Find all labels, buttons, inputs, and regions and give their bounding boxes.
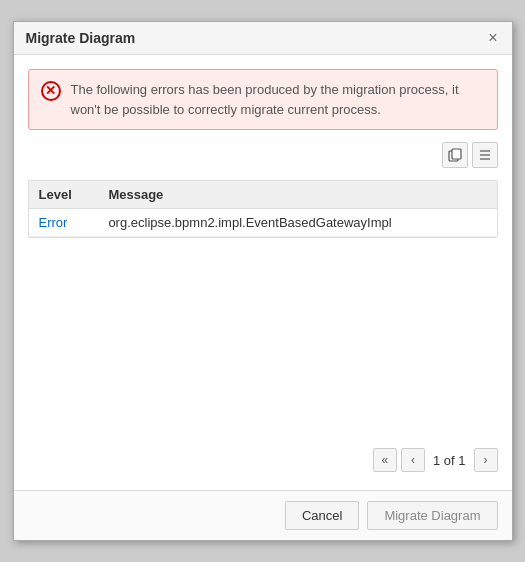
dialog-footer: Cancel Migrate Diagram <box>14 490 512 540</box>
dialog-body: ✕ The following errors has been produced… <box>14 55 512 490</box>
current-page: 1 <box>433 453 440 468</box>
cell-message: org.eclipse.bpmn2.impl.EventBasedGateway… <box>98 209 496 237</box>
pagination: « ‹ 1 of 1 › <box>28 444 498 476</box>
errors-table: Level Message Error org.eclipse.bpmn2.im… <box>29 181 497 237</box>
svg-rect-1 <box>452 149 461 159</box>
table-toolbar <box>28 142 498 168</box>
dialog-header: Migrate Diagram × <box>14 22 512 55</box>
next-page-button[interactable]: › <box>474 448 498 472</box>
column-level: Level <box>29 181 99 209</box>
column-message: Message <box>98 181 496 209</box>
error-icon: ✕ <box>41 81 61 101</box>
first-page-button[interactable]: « <box>373 448 397 472</box>
copy-icon <box>448 148 462 162</box>
table-header-row: Level Message <box>29 181 497 209</box>
list-toolbar-button[interactable] <box>472 142 498 168</box>
errors-table-container: Level Message Error org.eclipse.bpmn2.im… <box>28 180 498 238</box>
dialog-title: Migrate Diagram <box>26 30 136 46</box>
prev-page-button[interactable]: ‹ <box>401 448 425 472</box>
close-button[interactable]: × <box>486 30 499 46</box>
error-banner: ✕ The following errors has been produced… <box>28 69 498 130</box>
error-message: The following errors has been produced b… <box>71 80 485 119</box>
page-of: of 1 <box>444 453 466 468</box>
spacer <box>28 250 498 432</box>
migrate-diagram-dialog: Migrate Diagram × ✕ The following errors… <box>13 21 513 541</box>
table-row: Error org.eclipse.bpmn2.impl.EventBasedG… <box>29 209 497 237</box>
cancel-button[interactable]: Cancel <box>285 501 359 530</box>
migrate-diagram-button[interactable]: Migrate Diagram <box>367 501 497 530</box>
list-icon <box>478 148 492 162</box>
cell-level: Error <box>29 209 99 237</box>
page-info: 1 of 1 <box>429 453 470 468</box>
copy-toolbar-button[interactable] <box>442 142 468 168</box>
